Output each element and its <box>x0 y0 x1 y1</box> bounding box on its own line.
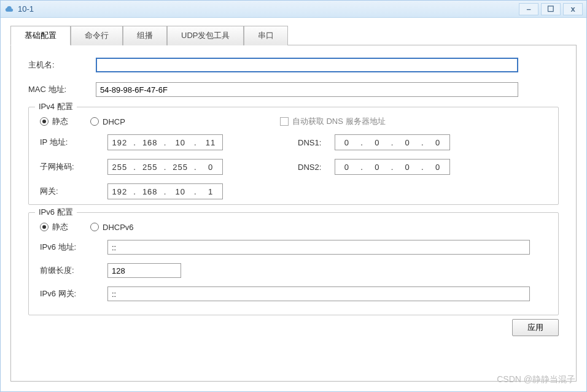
ipv6-gw-input[interactable] <box>107 286 530 301</box>
mac-label: MAC 地址: <box>28 84 96 95</box>
radio-static-v6-label: 静态 <box>52 221 68 233</box>
checkbox-auto-dns-label: 自动获取 DNS 服务器地址 <box>292 116 386 127</box>
radio-static-v6[interactable]: 静态 <box>40 221 68 233</box>
ipv6-gw-row: IPv6 网关: <box>40 286 547 301</box>
radio-static-icon <box>40 117 49 126</box>
radio-dhcpv6[interactable]: DHCPv6 <box>90 223 134 232</box>
radio-dhcp-icon <box>90 117 99 126</box>
hostname-input[interactable] <box>96 58 518 72</box>
ipv4-mode-row: 静态 DHCP 自动获取 DNS 服务器地址 <box>40 116 547 127</box>
ipv4-grid: IP 地址: 192. 168. 10. 11 DNS1: 0. 0. 0. 0 <box>40 134 547 199</box>
dns2-input[interactable]: 0. 0. 0. 0 <box>335 159 450 175</box>
apply-row: 应用 <box>28 319 559 336</box>
basic-panel: 主机名: MAC 地址: IPv4 配置 静态 DHCP <box>10 45 577 382</box>
tabbar: 基础配置 命令行 组播 UDP发包工具 串口 <box>10 25 577 45</box>
tab-udp[interactable]: UDP发包工具 <box>167 26 244 45</box>
gateway-label: 网关: <box>40 186 107 197</box>
mac-row: MAC 地址: <box>28 82 559 97</box>
radio-static-label: 静态 <box>52 116 68 127</box>
prefix-row: 前缀长度: <box>40 263 547 278</box>
tab-basic[interactable]: 基础配置 <box>10 26 71 45</box>
ipv6-addr-row: IPv6 地址: <box>40 240 547 255</box>
app-icon <box>4 4 14 14</box>
ipv6-group: IPv6 配置 静态 DHCPv6 IPv6 地址: 前 <box>28 212 559 315</box>
ip-input[interactable]: 192. 168. 10. 11 <box>107 134 223 150</box>
dns2-label: DNS2: <box>298 163 335 172</box>
radio-dhcpv6-label: DHCPv6 <box>103 223 134 232</box>
ip-label: IP 地址: <box>40 137 107 148</box>
apply-button[interactable]: 应用 <box>512 319 559 336</box>
radio-dhcp[interactable]: DHCP <box>90 117 125 126</box>
checkbox-auto-dns[interactable]: 自动获取 DNS 服务器地址 <box>280 116 386 127</box>
dns1-label: DNS1: <box>298 138 335 147</box>
ipv6-gw-label: IPv6 网关: <box>40 288 107 299</box>
ipv6-mode-row: 静态 DHCPv6 <box>40 221 547 233</box>
ipv6-addr-input[interactable] <box>107 240 530 255</box>
tab-serial[interactable]: 串口 <box>244 26 288 45</box>
ipv6-legend: IPv6 配置 <box>35 207 77 218</box>
hostname-label: 主机名: <box>28 60 96 71</box>
radio-static-v6-icon <box>40 223 49 231</box>
subnet-input[interactable]: 255. 255. 255. 0 <box>107 159 223 175</box>
radio-dhcpv6-icon <box>90 223 99 231</box>
mac-input[interactable] <box>96 82 518 97</box>
radio-static[interactable]: 静态 <box>40 116 68 127</box>
dns1-input[interactable]: 0. 0. 0. 0 <box>335 134 450 150</box>
prefix-label: 前缀长度: <box>40 265 107 276</box>
window-title: 10-1 <box>18 4 516 13</box>
minimize-button[interactable]: – <box>519 3 538 15</box>
radio-dhcp-label: DHCP <box>103 117 125 126</box>
ipv4-group: IPv4 配置 静态 DHCP 自动获取 DNS 服务器地址 <box>28 107 559 205</box>
content-area: 基础配置 命令行 组播 UDP发包工具 串口 主机名: MAC 地址: IPv4… <box>1 18 586 391</box>
maximize-button[interactable]: ☐ <box>541 3 561 15</box>
tab-cmdline[interactable]: 命令行 <box>71 26 123 45</box>
ipv4-legend: IPv4 配置 <box>35 101 77 112</box>
app-window: 10-1 – ☐ x 基础配置 命令行 组播 UDP发包工具 串口 主机名: M… <box>0 0 587 392</box>
subnet-label: 子网掩码: <box>40 161 107 172</box>
checkbox-auto-dns-icon <box>280 117 289 126</box>
gateway-input[interactable]: 192. 168. 10. 1 <box>107 183 223 199</box>
close-button[interactable]: x <box>563 3 583 15</box>
ipv6-addr-label: IPv6 地址: <box>40 242 107 253</box>
hostname-row: 主机名: <box>28 58 559 72</box>
titlebar: 10-1 – ☐ x <box>1 1 586 18</box>
prefix-input[interactable] <box>107 263 181 278</box>
tab-multicast[interactable]: 组播 <box>123 26 167 45</box>
